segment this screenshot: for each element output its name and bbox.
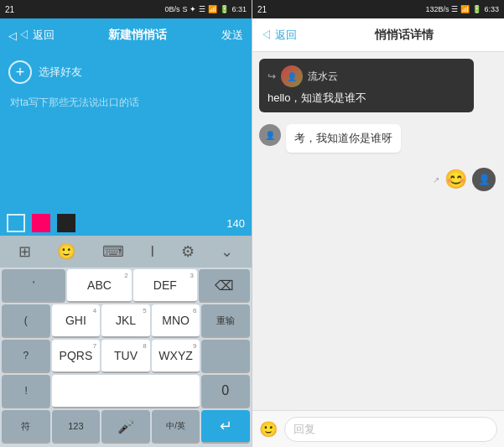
char-count: 140 bbox=[226, 217, 245, 230]
avatar-emoji: 👤 bbox=[472, 168, 496, 191]
key-6-mno[interactable]: 6 MNO bbox=[152, 304, 200, 338]
key-apostrophe[interactable]: ' bbox=[2, 269, 65, 303]
left-panel: 21 0B/s S ✦ ☰ 📶 🔋 6:31 ◁ ◁ 返回 新建悄悄话 发送 +… bbox=[0, 0, 252, 447]
key-1-abc[interactable]: 2 ABC bbox=[67, 269, 131, 303]
right-panel: 21 132B/s ☰ 📶 🔋 6:33 ◁ 返回 悄悄话详情 ↪ 👤 流水云 … bbox=[252, 0, 504, 447]
key-8-tuv[interactable]: 8 TUV bbox=[101, 340, 150, 373]
chevron-down-icon[interactable]: ⌄ bbox=[221, 242, 233, 261]
color-box-pink[interactable] bbox=[32, 214, 50, 232]
key-symbol[interactable]: 符 bbox=[2, 410, 50, 444]
key-4-ghi[interactable]: 4 GHI bbox=[52, 304, 101, 338]
key-empty2 bbox=[52, 375, 199, 408]
color-box-black[interactable] bbox=[57, 214, 75, 232]
status-time-right: 21 bbox=[257, 5, 267, 14]
status-time-left: 21 bbox=[5, 5, 14, 14]
arrow-icon: ↪ bbox=[268, 70, 276, 82]
add-friend-label: 选择好友 bbox=[39, 65, 82, 80]
key-9-wxyz[interactable]: 9 WXYZ bbox=[152, 340, 200, 373]
message-bubble-light: 考，我知道你是谁呀 bbox=[286, 124, 401, 153]
keyboard-row-5: 符 123 🎤 中/英 ↵ bbox=[0, 408, 252, 444]
key-7-pqrs[interactable]: 7 PQRS bbox=[52, 340, 101, 373]
send-button[interactable]: 发送 bbox=[221, 28, 243, 43]
text-icon[interactable]: I bbox=[150, 243, 154, 261]
key-mic[interactable]: 🎤 bbox=[101, 410, 150, 444]
key-enter[interactable]: ↵ bbox=[201, 410, 250, 444]
back-button-right[interactable]: ◁ 返回 bbox=[261, 28, 297, 43]
keyboard-icon[interactable]: ⌨ bbox=[102, 242, 124, 261]
status-icons-left: 0B/s S ✦ ☰ 📶 🔋 6:31 bbox=[164, 5, 247, 13]
message-row-right: 👤 考，我知道你是谁呀 bbox=[259, 121, 497, 156]
reply-placeholder: 回复 bbox=[294, 422, 315, 437]
color-box-white[interactable] bbox=[7, 214, 25, 232]
chat-area: ↪ 👤 流水云 hello，知道我是谁不 👤 考，我知道你是谁呀 ↗ 😊 👤 bbox=[252, 52, 504, 410]
key-backspace[interactable]: ⌫ bbox=[199, 269, 250, 303]
status-icons-right: 132B/s ☰ 📶 🔋 6:33 bbox=[425, 5, 499, 13]
add-icon[interactable]: + bbox=[8, 60, 32, 84]
message-text-dark: hello，知道我是谁不 bbox=[268, 91, 465, 106]
sender-row: ↪ 👤 流水云 bbox=[268, 65, 465, 87]
page-title-left: 新建悄悄话 bbox=[108, 28, 167, 43]
emoji-smile: 😊 bbox=[444, 169, 467, 190]
message-bubble-dark: ↪ 👤 流水云 hello，知道我是谁不 bbox=[259, 59, 474, 112]
key-5-jkl[interactable]: 5 JKL bbox=[101, 304, 150, 338]
keyboard-row-4: ! 0 bbox=[0, 373, 252, 408]
keyboard-area: ' 2 ABC 3 DEF ⌫ ( 4 GHI 5 JKL 6 bbox=[0, 268, 252, 447]
add-friend-row[interactable]: + 选择好友 bbox=[8, 60, 243, 84]
key-exclaim[interactable]: ! bbox=[2, 375, 50, 408]
key-paren[interactable]: ( bbox=[2, 304, 50, 338]
avatar-sender: 👤 bbox=[281, 65, 303, 87]
key-0[interactable]: 0 bbox=[201, 375, 250, 408]
emoji-row: ↗ 😊 👤 bbox=[259, 164, 497, 195]
key-reenter[interactable]: 重输 bbox=[201, 304, 250, 338]
status-bar-left: 21 0B/s S ✦ ☰ 📶 🔋 6:31 bbox=[0, 0, 252, 18]
key-3-def[interactable]: 3 DEF bbox=[133, 269, 197, 303]
reply-bar: 🙂 回复 bbox=[252, 410, 504, 447]
keyboard-row-2: ( 4 GHI 5 JKL 6 MNO 重输 bbox=[0, 303, 252, 338]
keyboard-toolbar: ⊞ 🙂 ⌨ I ⚙ ⌄ bbox=[0, 236, 252, 268]
grid-icon[interactable]: ⊞ bbox=[18, 242, 31, 261]
status-bar-right: 21 132B/s ☰ 📶 🔋 6:33 bbox=[252, 0, 504, 18]
avatar-reply: 👤 bbox=[259, 124, 281, 146]
key-question[interactable]: ? bbox=[2, 340, 50, 373]
key-lang[interactable]: 中/英 bbox=[152, 410, 200, 444]
nav-bar-left: ◁ ◁ 返回 新建悄悄话 发送 bbox=[0, 18, 252, 52]
color-toolbar: 140 bbox=[0, 211, 252, 236]
key-123[interactable]: 123 bbox=[52, 410, 101, 444]
keyboard-row-3: ? 7 PQRS 8 TUV 9 WXYZ bbox=[0, 338, 252, 373]
compose-area: + 选择好友 对ta写下那些无法说出口的话 bbox=[0, 52, 252, 211]
sender-name: 流水云 bbox=[308, 70, 338, 84]
emoji-button[interactable]: 🙂 bbox=[259, 420, 278, 439]
keyboard-row-1: ' 2 ABC 3 DEF ⌫ bbox=[0, 268, 252, 303]
compose-hint: 对ta写下那些无法说出口的话 bbox=[8, 91, 243, 115]
page-title-right: 悄悄话详情 bbox=[314, 28, 496, 43]
reply-input[interactable]: 回复 bbox=[284, 417, 497, 442]
key-empty bbox=[201, 340, 250, 373]
settings-icon[interactable]: ⚙ bbox=[181, 242, 195, 261]
nav-bar-right: ◁ 返回 悄悄话详情 bbox=[252, 18, 504, 52]
emoji-icon[interactable]: 🙂 bbox=[57, 242, 75, 261]
back-button-left[interactable]: ◁ ◁ 返回 bbox=[8, 28, 55, 43]
